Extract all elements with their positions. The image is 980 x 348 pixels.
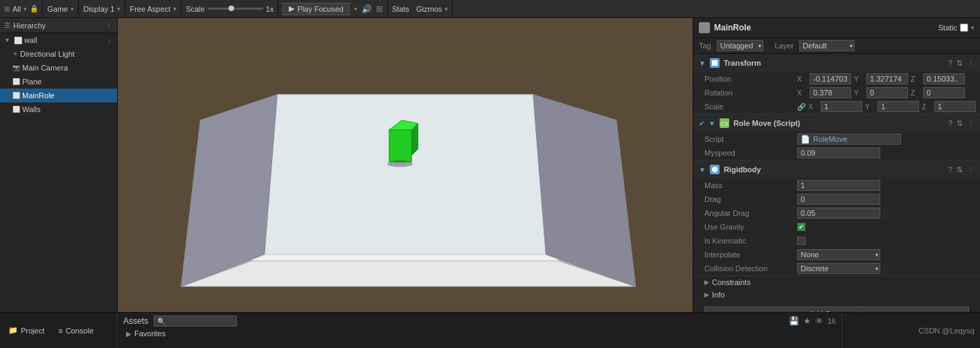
play-dropdown-arrow[interactable]: ▾: [354, 6, 357, 12]
scale-y-label: Y: [865, 103, 875, 111]
constraints-arrow: ▶: [704, 279, 709, 286]
hierarchy-pin-icon: 🔒: [30, 5, 38, 12]
scale-y-value[interactable]: 1: [877, 101, 919, 112]
scale-section: Scale 1x: [181, 0, 278, 17]
gizmos-label[interactable]: Gizmos: [416, 5, 442, 13]
transform-header[interactable]: ▼ Transform ? ⇅ ⋮: [693, 54, 980, 72]
rolemove-settings-icon[interactable]: ⇅: [956, 119, 963, 128]
script-row: Script 📄 RoleMove: [693, 132, 980, 146]
tree-item-plane[interactable]: ⬜ Plane: [0, 75, 117, 89]
use-gravity-row: Use Gravity ✔: [693, 220, 980, 234]
static-dropdown-arrow[interactable]: ▾: [971, 24, 974, 31]
rigidbody-settings-icon[interactable]: ⇅: [956, 165, 963, 174]
tree-item-mainrole[interactable]: ⬜ MainRole: [0, 89, 117, 102]
rolemove-component: ✔ ▼ C# Role Move (Script) ? ⇅ ⋮ Script 📄…: [693, 114, 980, 161]
rolemove-checkbox[interactable]: ✔: [699, 120, 704, 127]
rolemove-help-icon[interactable]: ?: [948, 119, 952, 128]
bottom-toolbar-icons: 💾 ★ 👁 16: [789, 316, 836, 326]
scale-x-value[interactable]: 1: [821, 101, 862, 112]
hierarchy-menu-icon[interactable]: ⋮: [105, 21, 113, 30]
pos-x-value[interactable]: -0.114703: [810, 73, 851, 84]
drag-label: Drag: [704, 195, 794, 203]
game-dropdown-arrow[interactable]: ▾: [71, 6, 74, 12]
favorites-section: ▶ Favorites: [123, 329, 836, 338]
transform-icon: [710, 58, 720, 68]
csdn-label: CSDN @Leqysq: [918, 327, 974, 335]
svg-point-15: [712, 167, 718, 172]
speaker-icon[interactable]: 🔊: [362, 4, 372, 14]
rot-y-value[interactable]: 0: [866, 87, 908, 98]
info-row[interactable]: ▶ Info: [693, 289, 980, 301]
assets-search-field[interactable]: 🔍: [154, 315, 237, 327]
rot-z-value[interactable]: 0: [923, 87, 965, 98]
static-section: Static ▾: [938, 24, 974, 32]
add-component-button[interactable]: Add Component: [704, 306, 969, 312]
inspector-header-left: MainRole: [699, 22, 751, 33]
stats-label[interactable]: Stats: [392, 5, 409, 13]
collision-detection-dropdown[interactable]: Discrete: [797, 263, 880, 274]
mass-value[interactable]: 1: [797, 180, 880, 191]
scale-slider[interactable]: [208, 8, 263, 10]
rigidbody-icons-right: ? ⇅ ⋮: [948, 165, 974, 174]
scale-z-value[interactable]: 1: [934, 101, 976, 112]
tag-dropdown[interactable]: Untagged: [717, 40, 764, 51]
favorites-expand-icon[interactable]: ▶: [126, 330, 132, 338]
use-gravity-checkbox[interactable]: ✔: [797, 223, 805, 231]
console-tab[interactable]: ≡ Console: [55, 325, 96, 336]
is-kinematic-checkbox[interactable]: [797, 237, 805, 245]
tree-item-walls[interactable]: ⬜ Walls: [0, 102, 117, 116]
tree-kebab-wall[interactable]: ⋮: [106, 37, 113, 44]
scale-link-icon[interactable]: 🔗: [797, 103, 805, 111]
tree-item-directional-light[interactable]: ☀ Directional Light: [0, 47, 117, 61]
rigidbody-menu-icon[interactable]: ⋮: [967, 165, 974, 174]
scale-row: Scale 🔗 X 1 Y 1 Z 1: [693, 100, 980, 113]
gizmos-dropdown-arrow[interactable]: ▾: [445, 6, 448, 12]
tree-item-wall[interactable]: ▼ ⬜ wall ⋮: [0, 33, 117, 47]
constraints-row[interactable]: ▶ Constraints: [693, 276, 980, 289]
eye-icon[interactable]: 👁: [815, 316, 823, 326]
rigidbody-header[interactable]: ▼ Rigidbody ? ⇅ ⋮: [693, 161, 980, 178]
myspeed-value[interactable]: 0.09: [797, 147, 880, 158]
scale-value: 1x: [266, 5, 274, 13]
layout-icon[interactable]: ⊞: [376, 4, 383, 14]
save-icon[interactable]: 💾: [789, 316, 799, 326]
rolemove-header[interactable]: ✔ ▼ C# Role Move (Script) ? ⇅ ⋮: [693, 114, 980, 132]
transform-menu-icon[interactable]: ⋮: [967, 59, 974, 68]
star-icon[interactable]: ★: [803, 316, 811, 326]
hierarchy-dropdown-arrow[interactable]: ▾: [24, 6, 27, 12]
svg-marker-5: [265, 95, 546, 255]
tree-item-main-camera[interactable]: 📷 Main Camera: [0, 61, 117, 75]
game-label[interactable]: Game: [47, 5, 68, 13]
tree-label-wall: wall: [24, 36, 37, 44]
viewport[interactable]: [118, 18, 693, 312]
script-ref-value[interactable]: 📄 RoleMove: [797, 134, 901, 145]
aspect-dropdown-arrow[interactable]: ▾: [173, 6, 177, 12]
tree-label-directional-light: Directional Light: [20, 50, 75, 58]
pos-y-value[interactable]: 1.327174: [866, 73, 908, 84]
play-focused-button[interactable]: ▶ Play Focused: [283, 3, 350, 15]
bottom-left: 📁 Project ≡ Console: [0, 313, 118, 348]
transform-settings-icon[interactable]: ⇅: [956, 59, 963, 68]
inspector-header: MainRole Static ▾: [693, 18, 980, 38]
tree-icon-walls: ⬜: [12, 106, 20, 113]
drag-value[interactable]: 0: [797, 194, 880, 205]
console-label: Console: [66, 327, 93, 335]
display-dropdown-arrow[interactable]: ▾: [117, 6, 121, 12]
rigidbody-help-icon[interactable]: ?: [948, 165, 952, 174]
interpolate-dropdown[interactable]: None: [797, 249, 880, 260]
aspect-section[interactable]: Free Aspect ▾: [125, 0, 181, 17]
project-tab[interactable]: 📁 Project: [6, 324, 47, 336]
rot-x-value[interactable]: 0.378: [810, 87, 851, 98]
transform-help-icon[interactable]: ?: [948, 59, 952, 68]
rolemove-menu-icon[interactable]: ⋮: [967, 119, 974, 128]
search-icon: 🔍: [157, 318, 166, 325]
collision-detection-row: Collision Detection Discrete: [693, 262, 980, 275]
pos-z-value[interactable]: 0.15033..: [923, 73, 965, 84]
static-checkbox[interactable]: [960, 24, 968, 32]
myspeed-label: Myspeed: [704, 149, 794, 157]
hierarchy-label: All: [12, 5, 21, 13]
layer-dropdown[interactable]: Default: [799, 40, 855, 51]
rotation-row: Rotation X 0.378 Y 0 Z 0: [693, 86, 980, 100]
angular-drag-value[interactable]: 0.05: [797, 208, 880, 219]
tag-layer-row: Tag Untagged Layer Default: [693, 38, 980, 54]
